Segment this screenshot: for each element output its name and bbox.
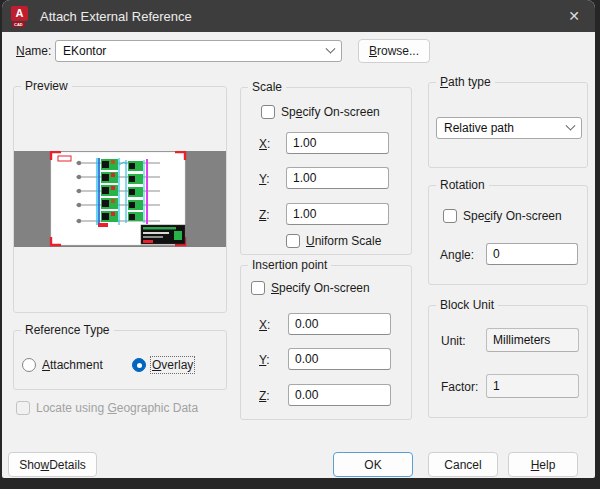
scale-y-input[interactable] (286, 167, 389, 189)
insertion-specify-label: Specify On-screen (271, 281, 370, 295)
insertion-specify-row: Specify On-screen (251, 281, 370, 295)
name-combobox-value: EKontor (63, 44, 327, 58)
scale-x-input[interactable] (286, 132, 389, 154)
close-button[interactable]: ✕ (553, 0, 595, 32)
factor-label: Factor: (441, 380, 478, 394)
unit-label: Unit: (441, 334, 466, 348)
overlay-radio-label: Overlay (152, 358, 193, 372)
attachment-radio-label: Attachment (42, 358, 103, 372)
unit-field (486, 328, 579, 352)
insertion-x-label: X: (259, 318, 270, 332)
autocad-logo-cad-tag: CAD (12, 22, 25, 27)
attachment-radio[interactable] (22, 358, 36, 372)
close-icon: ✕ (568, 8, 580, 24)
title-bar[interactable]: A CAD Attach External Reference ✕ (2, 0, 595, 32)
scale-z-label: Z: (259, 208, 270, 222)
name-label: Name: (16, 44, 51, 58)
screen-background: A CAD Attach External Reference ✕ Name: … (0, 0, 600, 489)
scale-specify-checkbox[interactable] (261, 105, 275, 119)
block-unit-group: Block Unit Unit: Factor: (428, 305, 588, 418)
scale-specify-row: Specify On-screen (261, 105, 380, 119)
scale-z-input[interactable] (286, 203, 389, 225)
preview-group: Preview (13, 86, 227, 313)
attach-xref-dialog: A CAD Attach External Reference ✕ Name: … (2, 0, 595, 478)
chevron-down-icon (566, 120, 576, 130)
scale-group-title: Scale (248, 80, 286, 94)
path-type-combobox-value: Relative path (444, 121, 567, 135)
autocad-logo-icon: A CAD (11, 6, 30, 27)
scale-specify-label: Specify On-screen (281, 105, 380, 119)
name-combobox[interactable]: EKontor (55, 40, 342, 62)
uniform-scale-label: Uniform Scale (306, 234, 381, 248)
path-type-combobox[interactable]: Relative path (436, 117, 582, 139)
overlay-radio[interactable] (132, 358, 146, 372)
reference-type-group: Reference Type Attachment Overlay (13, 330, 227, 390)
ok-button[interactable]: OK (333, 452, 413, 477)
scale-group: Scale Specify On-screen X: Y: Z: Uniform… (240, 87, 412, 255)
help-button[interactable]: Help (508, 452, 578, 477)
angle-label: Angle: (440, 248, 474, 262)
preview-group-title: Preview (21, 79, 72, 93)
rotation-group: Rotation Specify On-screen Angle: (428, 185, 588, 285)
insertion-y-label: Y: (259, 353, 270, 367)
cancel-button[interactable]: Cancel (428, 452, 498, 477)
preview-image (14, 151, 226, 247)
geographic-data-label: Locate using Geographic Data (36, 401, 198, 415)
scale-x-label: X: (259, 137, 270, 151)
scale-y-label: Y: (259, 172, 270, 186)
geographic-data-checkbox (16, 401, 30, 415)
factor-field (486, 374, 579, 398)
uniform-scale-checkbox[interactable] (286, 234, 300, 248)
insertion-z-label: Z: (259, 389, 270, 403)
insertion-z-input[interactable] (288, 384, 391, 406)
rotation-specify-row: Specify On-screen (443, 209, 562, 223)
browse-button[interactable]: Browse... (358, 39, 430, 63)
chevron-down-icon (326, 43, 336, 53)
rotation-specify-checkbox[interactable] (443, 209, 457, 223)
block-unit-group-title: Block Unit (436, 298, 498, 312)
insertion-y-input[interactable] (288, 348, 391, 370)
reference-type-group-title: Reference Type (21, 323, 114, 337)
rotation-specify-label: Specify On-screen (463, 209, 562, 223)
path-type-group: Path type Relative path (428, 82, 588, 168)
insertion-x-input[interactable] (288, 313, 391, 335)
geographic-data-row: Locate using Geographic Data (16, 401, 198, 415)
path-type-group-title: Path type (436, 75, 495, 89)
insertion-point-group: Insertion point Specify On-screen X: Y: … (240, 265, 412, 420)
window-title: Attach External Reference (40, 9, 192, 24)
insertion-point-group-title: Insertion point (248, 258, 331, 272)
insertion-specify-checkbox[interactable] (251, 281, 265, 295)
overlay-radio-row: Overlay (132, 358, 193, 372)
angle-input[interactable] (486, 243, 578, 265)
attachment-radio-row: Attachment (22, 358, 103, 372)
rotation-group-title: Rotation (436, 178, 489, 192)
uniform-scale-row: Uniform Scale (286, 234, 381, 248)
autocad-logo-letter: A (11, 6, 28, 21)
show-details-button[interactable]: Show Details (8, 452, 97, 477)
